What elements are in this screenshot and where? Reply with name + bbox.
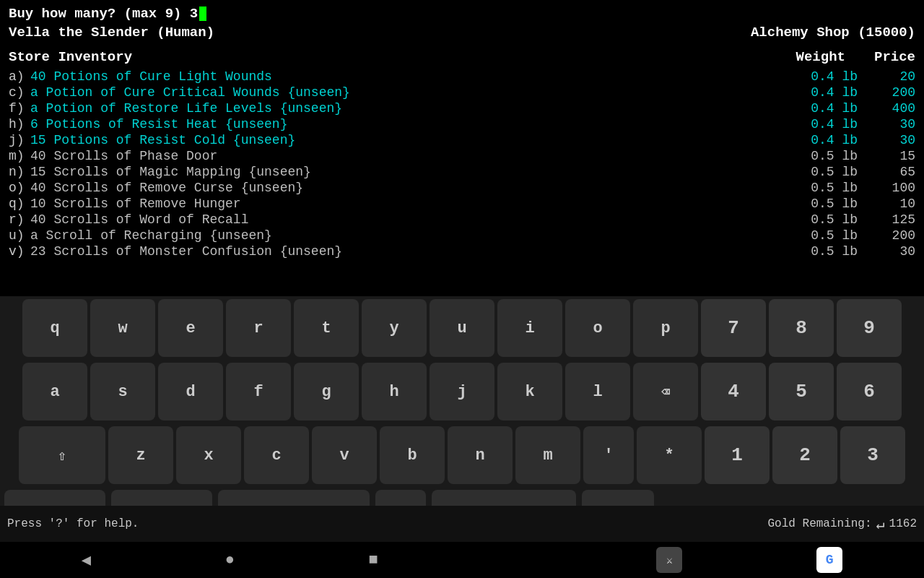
nav-back-button[interactable]: ◀	[82, 551, 91, 570]
key-y[interactable]: y	[362, 299, 427, 357]
table-row[interactable]: n) 15 Scrolls of Magic Mapping {unseen} …	[9, 165, 915, 179]
nav-recent-button[interactable]: ■	[369, 551, 378, 569]
kbd-row-2: a s d f g h j k l ⌫ 4 5 6	[0, 360, 924, 423]
nav-home-button[interactable]: ●	[225, 551, 235, 569]
key-l[interactable]: l	[565, 363, 630, 420]
item-key: f)	[9, 101, 30, 116]
key-9[interactable]: 9	[837, 299, 902, 357]
gold-label: Gold Remaining:	[768, 517, 872, 530]
item-key: n)	[9, 165, 30, 179]
item-weight: 0.5 lb	[811, 165, 872, 179]
table-row[interactable]: c) a Potion of Cure Critical Wounds {uns…	[9, 85, 915, 100]
header-row: Vella the Slender (Human) Alchemy Shop (…	[9, 25, 915, 40]
item-weight: 0.5 lb	[811, 212, 872, 227]
key-e[interactable]: e	[158, 299, 223, 357]
table-row[interactable]: m) 40 Scrolls of Phase Door 0.5 lb 15	[9, 149, 915, 163]
key-5[interactable]: 5	[769, 363, 834, 420]
item-name: 40 Scrolls of Remove Curse {unseen}	[30, 181, 811, 195]
item-name: 15 Scrolls of Magic Mapping {unseen}	[30, 165, 811, 179]
table-row[interactable]: a) 40 Potions of Cure Light Wounds 0.4 l…	[9, 69, 915, 84]
app-icon-game[interactable]: ⚔	[656, 547, 682, 573]
key-a[interactable]: a	[22, 363, 87, 420]
item-price: 100	[872, 181, 915, 195]
key-b[interactable]: b	[380, 426, 445, 484]
item-key: r)	[9, 212, 30, 227]
item-weight: 0.5 lb	[811, 197, 872, 211]
key-g[interactable]: g	[294, 363, 359, 420]
key-j[interactable]: j	[430, 363, 494, 420]
item-key: c)	[9, 85, 30, 100]
table-row[interactable]: q) 10 Scrolls of Remove Hunger 0.5 lb 10	[9, 197, 915, 211]
key-k[interactable]: k	[497, 363, 562, 420]
shop-name: Alchemy Shop (15000)	[751, 25, 915, 40]
key-n[interactable]: n	[448, 426, 513, 484]
key-apostrophe[interactable]: '	[583, 426, 634, 484]
key-m[interactable]: m	[515, 426, 580, 484]
key-h[interactable]: h	[362, 363, 427, 420]
key-d[interactable]: d	[158, 363, 223, 420]
key-t[interactable]: t	[294, 299, 359, 357]
item-name: a Potion of Restore Life Levels {unseen}	[30, 101, 811, 116]
key-8[interactable]: 8	[769, 299, 834, 357]
app-icon-google[interactable]: G	[816, 547, 842, 573]
status-bar: Press '?' for help. Gold Remaining: ↵ 11…	[0, 506, 924, 542]
table-row[interactable]: j) 15 Potions of Resist Cold {unseen} 0.…	[9, 133, 915, 147]
key-1[interactable]: 1	[705, 426, 770, 484]
key-s[interactable]: s	[90, 363, 155, 420]
item-price: 15	[872, 149, 915, 163]
key-4[interactable]: 4	[701, 363, 766, 420]
key-2[interactable]: 2	[772, 426, 837, 484]
inventory-header: Store Inventory Weight Price	[9, 49, 915, 65]
key-o[interactable]: o	[565, 299, 630, 357]
item-key: j)	[9, 133, 30, 147]
table-row[interactable]: f) a Potion of Restore Life Levels {unse…	[9, 101, 915, 116]
item-weight: 0.4 lb	[811, 117, 872, 131]
table-row[interactable]: u) a Scroll of Recharging {unseen} 0.5 l…	[9, 228, 915, 243]
item-key: h)	[9, 117, 30, 131]
prompt-text: Buy how many? (max 9) 3	[9, 6, 198, 22]
item-price: 20	[872, 69, 915, 84]
item-price: 200	[872, 228, 915, 243]
key-c[interactable]: c	[244, 426, 309, 484]
inv-labels: Weight Price	[796, 49, 915, 65]
table-row[interactable]: r) 40 Scrolls of Word of Recall 0.5 lb 1…	[9, 212, 915, 227]
keyboard-area[interactable]: q w e r t y u i o p 7 8 9 a s d f g h j …	[0, 296, 924, 542]
key-u[interactable]: u	[430, 299, 494, 357]
key-q[interactable]: q	[22, 299, 87, 357]
item-key: v)	[9, 244, 30, 259]
item-price: 10	[872, 197, 915, 211]
key-r[interactable]: r	[226, 299, 291, 357]
key-p[interactable]: p	[633, 299, 698, 357]
item-weight: 0.5 lb	[811, 244, 872, 259]
key-z[interactable]: z	[108, 426, 173, 484]
press-help-text: Press '?' for help.	[7, 517, 754, 530]
item-name: 15 Potions of Resist Cold {unseen}	[30, 133, 811, 147]
gold-amount: 1162	[889, 517, 917, 530]
table-row[interactable]: v) 23 Scrolls of Monster Confusion {unse…	[9, 244, 915, 259]
item-name: 10 Scrolls of Remove Hunger	[30, 197, 811, 211]
key-x[interactable]: x	[176, 426, 241, 484]
item-name: 40 Scrolls of Word of Recall	[30, 212, 811, 227]
item-price: 200	[872, 85, 915, 100]
player-name: Vella the Slender (Human)	[9, 25, 214, 40]
table-row[interactable]: o) 40 Scrolls of Remove Curse {unseen} 0…	[9, 181, 915, 195]
key-v[interactable]: v	[312, 426, 377, 484]
key-w[interactable]: w	[90, 299, 155, 357]
key-star[interactable]: *	[637, 426, 702, 484]
item-key: u)	[9, 228, 30, 243]
item-weight: 0.4 lb	[811, 85, 872, 100]
item-name: 6 Potions of Resist Heat {unseen}	[30, 117, 811, 131]
key-i[interactable]: i	[497, 299, 562, 357]
key-3[interactable]: 3	[840, 426, 905, 484]
table-row[interactable]: h) 6 Potions of Resist Heat {unseen} 0.4…	[9, 117, 915, 131]
cursor	[199, 7, 206, 21]
key-7[interactable]: 7	[701, 299, 766, 357]
key-backspace[interactable]: ⌫	[633, 363, 698, 420]
item-price: 125	[872, 212, 915, 227]
prompt-line: Buy how many? (max 9) 3	[9, 6, 915, 22]
key-f[interactable]: f	[226, 363, 291, 420]
item-name: 40 Potions of Cure Light Wounds	[30, 69, 811, 84]
key-shift[interactable]: ⇧	[19, 426, 105, 484]
item-key: m)	[9, 149, 30, 163]
key-6[interactable]: 6	[837, 363, 902, 420]
